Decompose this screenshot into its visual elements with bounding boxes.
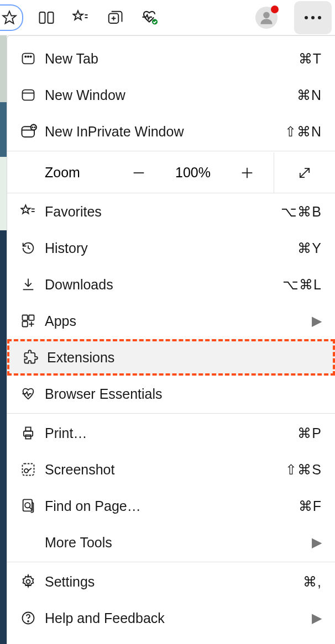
highlight-extensions: Extensions (7, 339, 335, 376)
menu-item-new-window[interactable]: New Window ⌘N (7, 77, 335, 113)
menu-item-shortcut: ⇧⌘S (285, 462, 322, 478)
menu-item-label: Favorites (45, 204, 281, 220)
menu-separator (7, 413, 335, 414)
svg-marker-0 (3, 11, 15, 23)
menu-item-browser-essentials[interactable]: Browser Essentials (7, 376, 335, 412)
menu-item-more-tools[interactable]: More Tools ▶ (7, 524, 335, 561)
window-icon (20, 87, 45, 103)
svg-rect-42 (25, 435, 30, 439)
main-menu: New Tab ⌘T New Window ⌘N New InPrivate W… (7, 35, 335, 644)
find-icon (20, 498, 45, 514)
svg-point-48 (27, 580, 30, 584)
menu-item-label: Screenshot (45, 462, 285, 478)
menu-item-settings[interactable]: Settings ⌘, (7, 563, 335, 600)
help-icon (20, 610, 45, 626)
menu-item-label: Browser Essentials (45, 386, 322, 402)
menu-item-favorites[interactable]: Favorites ⌥⌘B (7, 193, 335, 230)
menu-item-label: Extensions (47, 350, 320, 366)
svg-point-25 (34, 126, 35, 128)
svg-point-16 (28, 56, 29, 57)
zoom-value: 100% (165, 165, 221, 181)
menu-item-label: Apps (45, 313, 312, 329)
menu-item-new-inprivate[interactable]: New InPrivate Window ⇧⌘N (7, 113, 335, 150)
svg-rect-45 (23, 499, 32, 511)
menu-item-label: Help and Feedback (45, 610, 312, 626)
chevron-right-icon: ▶ (312, 535, 322, 550)
menu-item-shortcut: ⌘P (297, 425, 322, 441)
svg-point-44 (24, 469, 28, 473)
svg-marker-3 (73, 10, 83, 19)
svg-rect-37 (23, 321, 28, 326)
menu-item-label: Find on Page… (45, 498, 299, 514)
menu-item-screenshot[interactable]: Screenshot ⇧⌘S (7, 451, 335, 488)
chevron-right-icon: ▶ (312, 313, 322, 329)
history-icon (20, 240, 45, 256)
fullscreen-button[interactable] (274, 152, 335, 193)
menu-item-shortcut: ⌘T (299, 51, 322, 67)
svg-point-13 (318, 16, 321, 19)
inprivate-icon (20, 123, 45, 140)
svg-marker-30 (21, 205, 30, 213)
svg-point-50 (28, 621, 29, 622)
split-screen-icon[interactable] (35, 7, 57, 29)
menu-item-label: Settings (45, 574, 303, 590)
svg-point-24 (32, 126, 33, 128)
menu-item-label: History (45, 240, 297, 256)
star-icon (0, 7, 20, 29)
svg-rect-2 (48, 12, 54, 23)
menu-separator (7, 151, 335, 151)
menu-item-shortcut: ⌘Y (297, 240, 322, 256)
svg-point-10 (263, 12, 270, 18)
menu-item-extensions[interactable]: Extensions (9, 341, 333, 373)
menu-item-shortcut: ⌘N (297, 87, 322, 103)
menu-separator (7, 562, 335, 562)
favorites-star-highlighted[interactable] (0, 4, 23, 31)
menu-item-shortcut: ⌘F (299, 498, 322, 514)
health-heartbeat-icon[interactable] (138, 7, 160, 29)
chevron-right-icon: ▶ (312, 610, 322, 626)
zoom-in-button[interactable] (221, 165, 274, 181)
menu-item-print[interactable]: Print… ⌘P (7, 415, 335, 451)
more-menu-button[interactable] (294, 1, 332, 34)
menu-item-label: New Window (45, 87, 297, 103)
svg-rect-36 (29, 315, 34, 320)
zoom-out-button[interactable] (112, 165, 165, 181)
menu-item-new-tab[interactable]: New Tab ⌘T (7, 40, 335, 77)
menu-item-label: New Tab (45, 51, 299, 67)
star-list-icon (20, 204, 45, 219)
menu-item-label: More Tools (45, 535, 312, 551)
download-icon (20, 277, 45, 292)
svg-point-11 (305, 16, 308, 19)
browser-toolbar (0, 0, 335, 35)
new-tab-icon (20, 51, 45, 66)
favorites-list-icon[interactable] (70, 7, 92, 29)
gear-icon (20, 574, 45, 589)
svg-rect-35 (23, 315, 28, 320)
zoom-label: Zoom (7, 165, 112, 181)
menu-item-shortcut: ⌘, (303, 574, 322, 590)
notification-dot-icon (271, 6, 279, 13)
svg-point-17 (30, 56, 32, 57)
apps-icon (20, 313, 45, 329)
svg-rect-1 (40, 12, 45, 23)
menu-item-apps[interactable]: Apps ▶ (7, 303, 335, 339)
extensions-icon (23, 350, 47, 365)
profile-avatar[interactable] (255, 7, 278, 29)
collections-icon[interactable] (104, 7, 126, 29)
svg-point-15 (25, 56, 26, 57)
menu-item-downloads[interactable]: Downloads ⌥⌘L (7, 266, 335, 303)
heartbeat-icon (20, 386, 45, 402)
menu-item-label: New InPrivate Window (45, 124, 285, 140)
printer-icon (20, 425, 45, 441)
svg-point-12 (311, 16, 315, 19)
menu-item-find[interactable]: Find on Page… ⌘F (7, 488, 335, 524)
menu-item-history[interactable]: History ⌘Y (7, 230, 335, 266)
zoom-controls: Zoom 100% (7, 152, 335, 193)
svg-rect-41 (25, 427, 30, 431)
menu-item-shortcut: ⇧⌘N (285, 124, 322, 140)
svg-rect-18 (23, 90, 34, 101)
menu-item-help[interactable]: Help and Feedback ▶ (7, 600, 335, 636)
svg-rect-14 (23, 54, 34, 64)
menu-item-label: Downloads (45, 277, 282, 293)
svg-line-29 (300, 168, 309, 177)
